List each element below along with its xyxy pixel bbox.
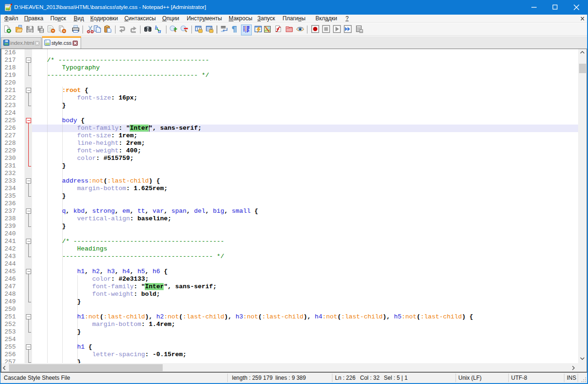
svg-text:b: b [155, 25, 158, 31]
